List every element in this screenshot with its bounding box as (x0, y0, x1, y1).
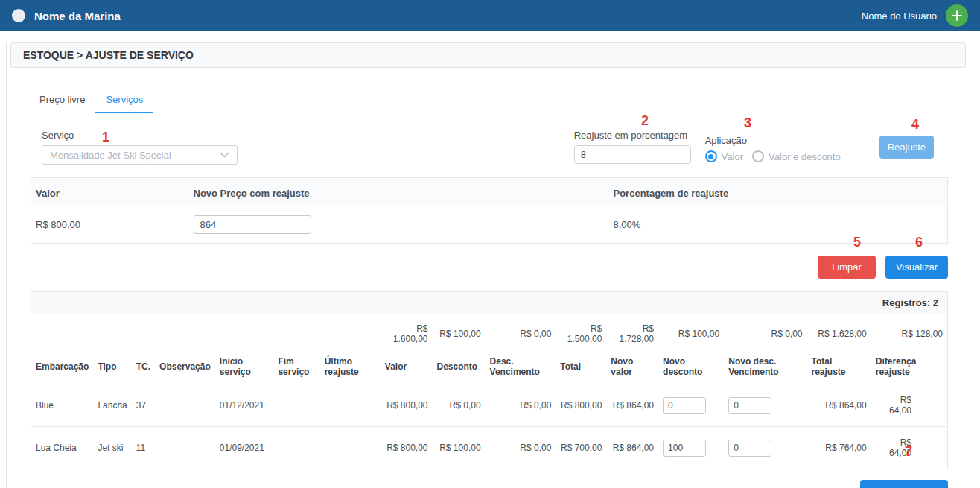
marina-logo-icon (12, 9, 25, 22)
totals-empty-cell (273, 314, 319, 352)
cell-inicio-servico: 01/12/2021 (215, 384, 274, 427)
radio-valor-desconto[interactable]: Valor e desconto (752, 150, 841, 162)
radio-valor-label: Valor (722, 151, 743, 162)
col-diferenca-reajuste: Diferença reajuste (871, 352, 947, 384)
reajuste-button[interactable]: Reajuste (879, 136, 934, 159)
cell-desc-vencimento: R$ 0,00 (486, 384, 556, 427)
annotation-5: 5 (853, 235, 861, 249)
totals-row: R$ 1.600,00 R$ 100,00 R$ 0,00 R$ 1.500,0… (31, 314, 947, 352)
percent-label: Reajuste em porcentagem (574, 130, 691, 141)
total-novo-valor: R$ 1.728,00 (606, 314, 658, 352)
preview-header-row: Valor Novo Preço com reajuste Porcentage… (31, 178, 948, 206)
breadcrumb: ESTOQUE > AJUSTE DE SERVIÇO (10, 42, 966, 68)
adjust-form: Serviço Mensalidade Jet Ski Special Reaj… (31, 130, 948, 165)
col-desconto: Desconto (433, 352, 486, 384)
annotation-2: 2 (641, 114, 649, 127)
tab-preco-livre[interactable]: Preço livre (29, 87, 95, 113)
cell-observacao (155, 384, 215, 427)
annotation-6: 6 (915, 235, 923, 249)
novo-desconto-input[interactable] (663, 440, 706, 457)
annotation-3: 3 (744, 116, 751, 130)
col-tc: TC. (132, 352, 155, 384)
cell-valor: R$ 800,00 (381, 384, 433, 427)
records-count: Registros: 2 (31, 292, 947, 314)
application-radio-group: Valor Valor e desconto (705, 150, 850, 162)
service-label: Serviço (42, 130, 238, 141)
preview-table-wrap: Valor Novo Preço com reajuste Porcentage… (31, 177, 948, 244)
preview-porcentagem: 8,00% (609, 206, 948, 244)
navbar-user-group: Nome do Usuário (862, 4, 968, 27)
cell-ultimo-reajuste (320, 384, 381, 427)
total-total-reajuste: R$ 1.628,00 (807, 314, 871, 352)
col-embarcacao: Embarcação (31, 352, 93, 384)
total-desconto: R$ 100,00 (433, 314, 486, 352)
application-label: Aplicação (705, 135, 850, 146)
cell-diferenca-reajuste: R$ 64,00 (871, 384, 947, 427)
preview-valor: R$ 800,00 (31, 206, 189, 244)
annotation-7: 7 (905, 445, 912, 458)
plus-icon (951, 10, 963, 22)
records-table: R$ 1.600,00 R$ 100,00 R$ 0,00 R$ 1.500,0… (31, 314, 947, 469)
navbar-brand-group: Nome da Marina (12, 9, 121, 22)
radio-unselected-icon (752, 150, 764, 162)
add-button[interactable] (946, 4, 968, 27)
radio-selected-icon (705, 150, 717, 162)
cell-tipo: Lancha (93, 384, 131, 427)
percent-field-group: Reajuste em porcentagem (574, 130, 691, 164)
cell-ultimo-reajuste (320, 427, 381, 469)
percent-input[interactable] (574, 145, 691, 164)
visualizar-button[interactable]: Visualizar (885, 256, 948, 279)
radio-valor[interactable]: Valor (705, 150, 743, 162)
cell-embarcacao: Lua Cheia (31, 427, 93, 469)
col-novo-desc-vencimento: Novo desc. Vencimento (724, 352, 806, 384)
col-ultimo-reajuste: Último reajuste (320, 352, 381, 384)
novo-desc-vencimento-input[interactable] (728, 440, 771, 457)
cell-desconto: R$ 100,00 (433, 427, 486, 469)
novo-preco-input[interactable] (194, 215, 311, 234)
total-novo-desconto: R$ 100,00 (658, 314, 724, 352)
novo-desc-vencimento-input[interactable] (728, 397, 771, 414)
cell-desc-vencimento: R$ 0,00 (486, 427, 556, 469)
col-tipo: Tipo (93, 352, 131, 384)
preview-header-novo-preco: Novo Preço com reajuste (189, 178, 609, 206)
chevron-down-icon (220, 152, 229, 158)
totals-empty-cell (320, 314, 381, 352)
cell-desconto: R$ 0,00 (433, 384, 486, 427)
novo-desconto-input[interactable] (663, 397, 706, 414)
apply-row: Aplicar reajuste (7, 480, 948, 488)
tab-servicos[interactable]: Serviços (95, 87, 153, 113)
navbar: Nome da Marina Nome do Usuário (0, 0, 980, 31)
col-desc-vencimento: Desc. Vencimento (486, 352, 556, 384)
service-select[interactable]: Mensalidade Jet Ski Special (42, 145, 238, 165)
limpar-button[interactable]: Limpar (818, 256, 876, 279)
total-diferenca-reajuste: R$ 128,00 (871, 314, 947, 352)
cell-total-reajuste: R$ 864,00 (807, 384, 871, 427)
preview-row: R$ 800,00 8,00% (31, 206, 948, 244)
totals-empty-cell (93, 314, 131, 352)
cell-novo-valor: R$ 864,00 (606, 427, 658, 469)
cell-fim-servico (273, 384, 319, 427)
content-card: ESTOQUE > AJUSTE DE SERVIÇO Preço livre … (6, 42, 970, 488)
cell-total: R$ 700,00 (556, 427, 606, 469)
preview-header-valor: Valor (31, 178, 189, 206)
page: { "navbar": { "brand": "Nome da Marina",… (0, 0, 980, 488)
tab-bar: Preço livre Serviços (19, 87, 958, 113)
aplicar-reajuste-button[interactable]: Aplicar reajuste (860, 480, 948, 488)
col-total: Total (556, 352, 606, 384)
col-novo-valor: Novo valor (606, 352, 658, 384)
cell-tipo: Jet ski (93, 427, 131, 469)
annotation-1: 1 (102, 130, 109, 144)
cell-novo-valor: R$ 864,00 (606, 384, 658, 427)
preview-table: Valor Novo Preço com reajuste Porcentage… (31, 177, 948, 244)
user-name[interactable]: Nome do Usuário (862, 10, 937, 22)
col-valor: Valor (381, 352, 433, 384)
radio-valor-desconto-label: Valor e desconto (769, 151, 841, 162)
col-fim-servico: Fim serviço (273, 352, 319, 384)
cell-inicio-servico: 01/09/2021 (215, 427, 274, 469)
preview-header-porcentagem: Porcentagem de reajuste (609, 178, 948, 206)
cell-total-reajuste: R$ 764,00 (807, 427, 871, 469)
actions-row: Limpar Visualizar (7, 256, 948, 279)
application-field-group: Aplicação Valor Valor e desconto (705, 135, 850, 162)
cell-tc: 11 (132, 427, 155, 469)
totals-empty-cell (155, 314, 215, 352)
